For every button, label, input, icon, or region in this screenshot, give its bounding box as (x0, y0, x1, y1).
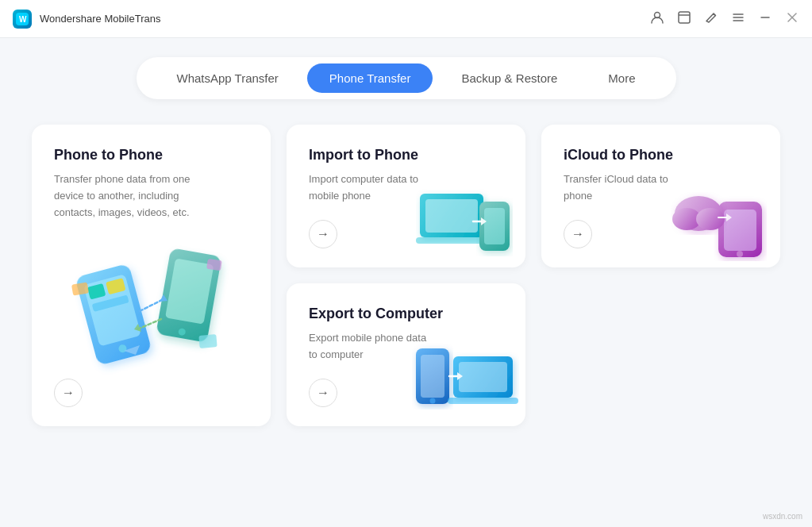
svg-rect-43 (448, 398, 518, 404)
card-icloud-arrow[interactable]: → (564, 220, 592, 248)
title-bar: W Wondershare MobileTrans (0, 0, 812, 38)
svg-text:W: W (19, 15, 27, 24)
minimize-icon[interactable] (758, 10, 772, 27)
svg-point-40 (430, 398, 436, 404)
phone-to-phone-illustration (64, 220, 239, 379)
svg-rect-24 (198, 334, 217, 348)
nav-tabs: WhatsApp Transfer Phone Transfer Backup … (137, 57, 676, 99)
card-icloud-to-phone[interactable]: iCloud to Phone Transfer iCloud data to … (541, 125, 780, 267)
main-content: WhatsApp Transfer Phone Transfer Backup … (0, 38, 812, 527)
app-title: Wondershare MobileTrans (40, 13, 160, 25)
export-illustration (412, 333, 519, 420)
svg-rect-42 (459, 362, 507, 392)
window-icon[interactable] (677, 10, 691, 27)
tab-phone[interactable]: Phone Transfer (307, 63, 433, 93)
card-export-to-computer[interactable]: Export to Computer Export mobile phone d… (287, 283, 525, 426)
svg-rect-39 (421, 355, 444, 398)
tab-more[interactable]: More (586, 63, 657, 93)
card-import-title: Import to Phone (309, 147, 503, 163)
svg-point-36 (696, 208, 725, 230)
svg-point-33 (737, 251, 743, 257)
card-import-arrow[interactable]: → (309, 220, 337, 248)
edit-icon[interactable] (704, 10, 718, 27)
svg-rect-29 (484, 208, 505, 244)
card-phone-to-phone-title: Phone to Phone (54, 147, 248, 163)
tab-backup[interactable]: Backup & Restore (439, 63, 579, 93)
profile-icon[interactable] (650, 10, 664, 27)
menu-icon[interactable] (731, 10, 745, 27)
card-export-arrow[interactable]: → (309, 379, 337, 407)
svg-rect-26 (425, 199, 478, 233)
title-bar-left: W Wondershare MobileTrans (13, 10, 160, 29)
import-illustration (416, 178, 519, 261)
window-controls (650, 10, 799, 27)
card-import-to-phone[interactable]: Import to Phone Import computer data to … (287, 125, 525, 267)
card-phone-to-phone[interactable]: Phone to Phone Transfer phone data from … (32, 125, 271, 426)
cards-grid: Phone to Phone Transfer phone data from … (32, 125, 780, 426)
card-icloud-title: iCloud to Phone (564, 147, 758, 163)
app-icon: W (13, 10, 32, 29)
card-export-title: Export to Computer (309, 306, 503, 322)
svg-rect-3 (679, 12, 690, 23)
icloud-illustration (671, 178, 774, 261)
close-icon[interactable] (785, 10, 799, 27)
svg-rect-23 (206, 259, 222, 271)
svg-rect-27 (416, 237, 487, 244)
tab-whatsapp[interactable]: WhatsApp Transfer (154, 63, 300, 93)
card-phone-to-phone-arrow[interactable]: → (54, 379, 83, 407)
watermark: wsxdn.com (763, 512, 802, 521)
card-phone-to-phone-desc: Transfer phone data from one device to a… (54, 171, 213, 221)
